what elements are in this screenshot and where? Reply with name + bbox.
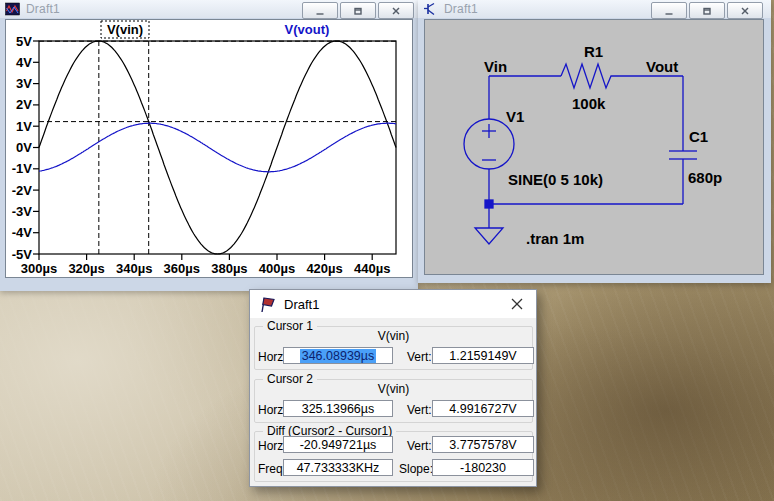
x-axis-tick-label: 380µs xyxy=(211,261,247,276)
cursor2-trace-name: V(vin) xyxy=(255,382,532,396)
x-axis-tick-label: 340µs xyxy=(116,261,152,276)
cursor-dialog-title: Draft1 xyxy=(284,297,319,312)
restore-button[interactable] xyxy=(340,2,376,19)
cursor1-trace-name: V(vin) xyxy=(255,329,532,343)
minimize-button[interactable] xyxy=(302,2,338,19)
cursor-dialog-titlebar[interactable]: Draft1 xyxy=(250,290,536,318)
cursor2-vert-value: 4.9916727V xyxy=(449,402,516,416)
minimize-icon xyxy=(315,6,325,16)
component-ref-c1[interactable]: C1 xyxy=(689,128,708,145)
y-axis-tick-label: -3V xyxy=(12,204,33,219)
cursor1-group: Cursor 1 V(vin) Horz: 346.08939µs Vert: … xyxy=(254,326,533,370)
diff-freq-label: Freq: xyxy=(258,462,286,476)
waveform-window-buttons xyxy=(302,2,414,19)
waveform-plot-pane[interactable]: V(vin) V(vout) 5V4V3V2V1V0V-1V-2V-3V-4V-… xyxy=(5,19,413,278)
diff-slope-value: -180230 xyxy=(460,461,506,475)
close-button[interactable] xyxy=(727,2,763,19)
restore-icon xyxy=(702,6,712,16)
component-ref-v1[interactable]: V1 xyxy=(506,108,524,125)
y-axis-tick-label: -5V xyxy=(12,247,33,262)
x-axis-tick-label: 400µs xyxy=(259,261,295,276)
minimize-button[interactable] xyxy=(651,2,687,19)
diff-vert-label: Vert: xyxy=(407,439,432,453)
waveform-plot[interactable]: V(vin) V(vout) 5V4V3V2V1V0V-1V-2V-3V-4V-… xyxy=(6,20,412,277)
restore-button[interactable] xyxy=(689,2,725,19)
resistor-r1[interactable] xyxy=(561,64,619,88)
diff-horz-value: -20.949721µs xyxy=(300,438,377,452)
cursor1-horz-value: 346.08939µs xyxy=(300,349,377,363)
waveform-window-title: Draft1 xyxy=(26,2,60,16)
schematic-window-buttons xyxy=(651,2,763,19)
close-icon xyxy=(391,6,401,16)
cursor2-group: Cursor 2 V(vin) Horz: 325.13966µs Vert: … xyxy=(254,379,533,423)
schematic-doc-icon xyxy=(423,2,438,16)
net-label-vout[interactable]: Vout xyxy=(646,58,678,75)
y-axis-tick-label: 0V xyxy=(16,140,32,155)
desktop: { "windows": { "plot": { "title": "Draft… xyxy=(0,0,774,501)
diff-slope-label: Slope: xyxy=(399,462,433,476)
component-value-v1[interactable]: SINE(0 5 10k) xyxy=(508,171,603,188)
schematic-window: Draft1 xyxy=(418,0,771,283)
cursor1-horz-field[interactable]: 346.08939µs xyxy=(283,347,393,364)
schematic-drawing: Vin R1 Vout 100k V1 SINE(0 5 10k) C1 680… xyxy=(425,20,763,274)
component-ref-r1[interactable]: R1 xyxy=(584,43,603,60)
waveform-window: Draft1 V(vin) V(vout) 5V4V3V2V1V0V-1V-2V… xyxy=(0,0,418,291)
legend-item-vin[interactable]: V(vin) xyxy=(107,22,143,37)
cursor2-horz-field[interactable]: 325.13966µs xyxy=(283,400,393,417)
cursor1-vert-value: 1.2159149V xyxy=(449,349,516,363)
ltspice-logo-icon xyxy=(259,296,276,313)
cursor2-horz-value: 325.13966µs xyxy=(302,402,375,416)
spice-directive[interactable]: .tran 1m xyxy=(526,230,584,247)
cursor2-vert-label: Vert: xyxy=(407,403,432,417)
x-axis-tick-label: 420µs xyxy=(306,261,342,276)
y-axis-tick-label: 2V xyxy=(16,97,32,112)
cursor1-vert-field[interactable]: 1.2159149V xyxy=(432,347,534,364)
minimize-icon xyxy=(664,6,674,16)
x-axis-tick-label: 300µs xyxy=(21,261,57,276)
diff-freq-value: 47.733333KHz xyxy=(297,461,380,475)
close-icon xyxy=(511,298,523,310)
diff-vert-value: 3.7757578V xyxy=(449,438,516,452)
cursor-dialog: Draft1 Cursor 1 V(vin) Horz: 346.08939µs… xyxy=(249,289,537,487)
diff-slope-field[interactable]: -180230 xyxy=(432,459,534,476)
component-value-c1[interactable]: 680p xyxy=(688,169,722,186)
cursor1-vert-label: Vert: xyxy=(407,350,432,364)
cursor2-vert-field[interactable]: 4.9916727V xyxy=(432,400,534,417)
y-axis-tick-label: 4V xyxy=(16,55,32,70)
y-axis-tick-label: 5V xyxy=(16,34,32,49)
wire-junction xyxy=(485,200,493,208)
y-axis-tick-label: -1V xyxy=(12,161,33,176)
dialog-close-button[interactable] xyxy=(508,295,526,313)
diff-group: Diff (Cursor2 - Cursor1) Horz: -20.94972… xyxy=(254,431,533,482)
x-axis-tick-label: 320µs xyxy=(68,261,104,276)
plot-axis-box xyxy=(39,41,396,254)
diff-vert-field[interactable]: 3.7757578V xyxy=(432,436,534,453)
waveform-doc-icon xyxy=(5,2,20,16)
x-axis-tick-label: 360µs xyxy=(164,261,200,276)
schematic-window-title: Draft1 xyxy=(444,2,478,16)
net-label-vin[interactable]: Vin xyxy=(484,58,507,75)
y-axis-tick-label: 1V xyxy=(16,119,32,134)
legend-item-vout[interactable]: V(vout) xyxy=(285,22,330,37)
diff-freq-field[interactable]: 47.733333KHz xyxy=(283,459,393,476)
y-axis-tick-label: -4V xyxy=(12,225,33,240)
restore-icon xyxy=(353,6,363,16)
y-axis-tick-label: -2V xyxy=(12,183,33,198)
component-value-r1[interactable]: 100k xyxy=(572,95,606,112)
ground-symbol[interactable] xyxy=(475,228,503,244)
close-icon xyxy=(740,6,750,16)
close-button[interactable] xyxy=(378,2,414,19)
schematic-canvas[interactable]: Vin R1 Vout 100k V1 SINE(0 5 10k) C1 680… xyxy=(424,19,764,275)
x-axis-tick-label: 440µs xyxy=(354,261,390,276)
diff-horz-field[interactable]: -20.949721µs xyxy=(283,436,393,453)
y-axis-tick-label: 3V xyxy=(16,76,32,91)
